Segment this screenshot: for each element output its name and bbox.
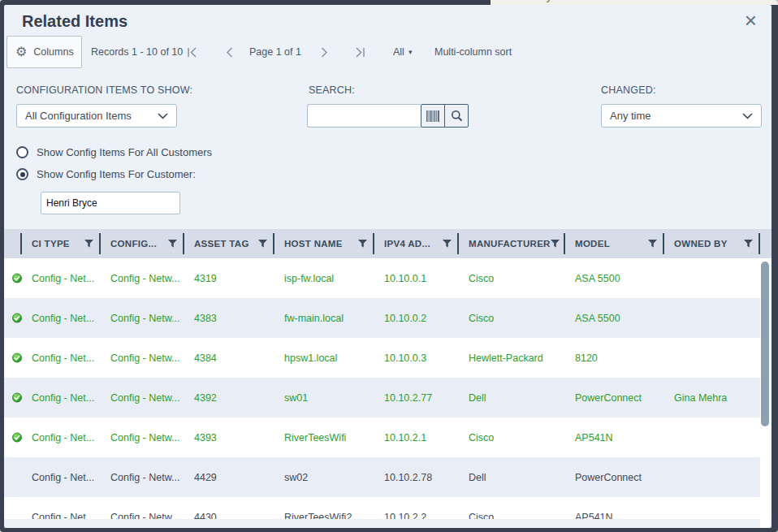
config-cell: Config - Netw...: [101, 392, 184, 404]
filter-icon[interactable]: [443, 240, 452, 248]
search-input[interactable]: [307, 104, 421, 128]
radio-for-customer[interactable]: Show Config Items For Customer:: [16, 168, 196, 180]
radio-all-customers[interactable]: Show Config Items For All Customers: [16, 146, 212, 158]
filter-icon[interactable]: [648, 240, 657, 248]
columns-button-label: Columns: [33, 46, 73, 58]
model-cell: PowerConnect: [565, 392, 664, 404]
host-name-cell: isp-fw.local: [274, 273, 374, 284]
ipv4-cell: 10.10.2.2: [374, 512, 459, 520]
table-row[interactable]: Config - Net... Config - Netw... 4319 is…: [4, 258, 764, 298]
filter-icon[interactable]: [84, 240, 93, 248]
filter-icon[interactable]: [168, 240, 177, 248]
table-row[interactable]: Config - Net... Config - Netw... 4430 Ri…: [4, 497, 764, 519]
manufacturer-cell: Dell: [459, 392, 565, 404]
barcode-button[interactable]: [421, 105, 444, 127]
ipv4-cell: 10.10.0.2: [374, 313, 459, 324]
column-header-ci-type[interactable]: CI TYPE: [22, 229, 101, 258]
asset-tag-cell: 4383: [184, 313, 274, 324]
table-row[interactable]: Config - Net... Config - Netw... 4392 sw…: [4, 378, 764, 417]
ci-type-cell: Config - Net...: [22, 313, 101, 324]
chevron-down-icon: ▾: [408, 36, 413, 68]
records-count-text: Records 1 - 10 of 10: [91, 36, 183, 68]
ipv4-cell: 10.10.2.1: [374, 432, 459, 443]
table-row[interactable]: Config - Net... Config - Netw... 4393 Ri…: [4, 417, 764, 457]
first-page-icon[interactable]: [186, 46, 198, 58]
page-size-value: All: [393, 36, 404, 68]
ci-type-cell: Config - Net...: [22, 512, 101, 520]
column-header-owned-by[interactable]: OWNED BY: [664, 229, 760, 258]
status-cell: [4, 352, 22, 364]
status-cell: [4, 391, 22, 404]
radio-all-customers-label: Show Config Items For All Customers: [37, 146, 212, 158]
filter-icon[interactable]: [258, 240, 267, 248]
ipv4-cell: 10.10.2.78: [374, 472, 459, 483]
customer-field: [41, 192, 180, 214]
host-name-cell: sw01: [274, 392, 374, 404]
vertical-scrollbar-thumb[interactable]: [761, 262, 769, 426]
radio-selected-icon[interactable]: [16, 168, 28, 180]
green-check-icon: [12, 431, 22, 443]
page-indicator-text: Page 1 of 1: [249, 36, 301, 68]
next-page-icon[interactable]: [318, 46, 330, 58]
radio-unselected-icon[interactable]: [16, 146, 28, 158]
filter-icon[interactable]: [744, 240, 753, 248]
host-name-cell: fw-main.local: [274, 313, 374, 324]
asset-tag-cell: 4429: [184, 472, 274, 483]
column-header-model[interactable]: MODEL: [565, 229, 664, 258]
table-row[interactable]: Config - Net... Config - Netw... 4383 fw…: [4, 298, 764, 338]
column-header-ipv4[interactable]: IPV4 AD...: [374, 229, 459, 258]
column-header-manufacturer[interactable]: MANUFACTURER: [459, 229, 565, 258]
manufacturer-cell: Cisco: [459, 512, 565, 520]
green-check-icon: [12, 352, 22, 364]
manufacturer-cell: Cisco: [459, 273, 565, 284]
filter-icon[interactable]: [358, 240, 367, 248]
changed-value: Any time: [610, 110, 651, 122]
columns-button[interactable]: ⚙ Columns: [6, 36, 82, 68]
related-items-modal: Related Items × ⚙ Columns Records 1 - 10…: [4, 5, 772, 528]
search-label: SEARCH:: [309, 84, 355, 96]
table-body: Config - Net... Config - Netw... 4319 is…: [4, 258, 772, 519]
column-header-host-name[interactable]: HOST NAME: [274, 229, 374, 258]
asset-tag-cell: 4393: [184, 432, 274, 443]
customer-input[interactable]: [41, 197, 177, 209]
gear-icon: ⚙: [15, 45, 27, 58]
status-column-header: [4, 229, 22, 258]
last-page-icon[interactable]: [354, 46, 366, 58]
model-cell: ASA 5500: [565, 313, 664, 324]
owned-by-cell: Gina Mehra: [664, 392, 760, 404]
ci-type-cell: Config - Net...: [22, 472, 101, 483]
changed-select[interactable]: Any time: [601, 104, 762, 128]
background-created-by-text: Created by Cherwell Admin on 1/20/2020 a…: [495, 0, 769, 2]
column-header-config[interactable]: CONFIG...: [101, 229, 184, 258]
host-name-cell: RiverTeesWifi: [274, 432, 374, 443]
status-cell: [4, 312, 22, 324]
ci-type-cell: Config - Net...: [22, 392, 101, 404]
table-row[interactable]: Config - Net... Config - Netw... 4384 hp…: [4, 338, 764, 378]
ci-type-cell: Config - Net...: [22, 273, 101, 284]
status-cell: [4, 272, 22, 284]
table-header-row: CI TYPE CONFIG... ASSET TAG HOST NAME IP…: [4, 229, 772, 258]
filter-icon[interactable]: [551, 240, 560, 248]
ipv4-cell: 10.10.0.1: [374, 273, 459, 284]
config-cell: Config - Netw...: [101, 512, 184, 520]
vertical-scrollbar-track[interactable]: [760, 258, 770, 528]
page-title: Related Items: [22, 12, 128, 31]
ci-show-label: CONFIGURATION ITEMS TO SHOW:: [16, 84, 192, 96]
asset-tag-cell: 4430: [184, 512, 274, 520]
changed-label: CHANGED:: [601, 84, 656, 96]
search-icon: [451, 110, 463, 122]
previous-page-icon[interactable]: [224, 46, 236, 58]
close-icon[interactable]: ×: [745, 10, 757, 31]
search-go-button[interactable]: [444, 105, 468, 127]
multi-column-sort-button[interactable]: Multi-column sort: [434, 36, 512, 68]
page-size-dropdown[interactable]: All ▾: [393, 36, 412, 68]
green-check-icon: [12, 272, 22, 284]
table-row[interactable]: Config - Net... Config - Netw... 4429 sw…: [4, 457, 764, 497]
model-cell: ASA 5500: [565, 273, 664, 284]
ci-show-select[interactable]: All Configuration Items: [16, 104, 177, 128]
radio-for-customer-label: Show Config Items For Customer:: [37, 168, 196, 180]
search-widget: [307, 104, 469, 128]
manufacturer-cell: Dell: [459, 472, 565, 483]
search-buttons: [421, 104, 469, 128]
column-header-asset-tag[interactable]: ASSET TAG: [184, 229, 274, 258]
